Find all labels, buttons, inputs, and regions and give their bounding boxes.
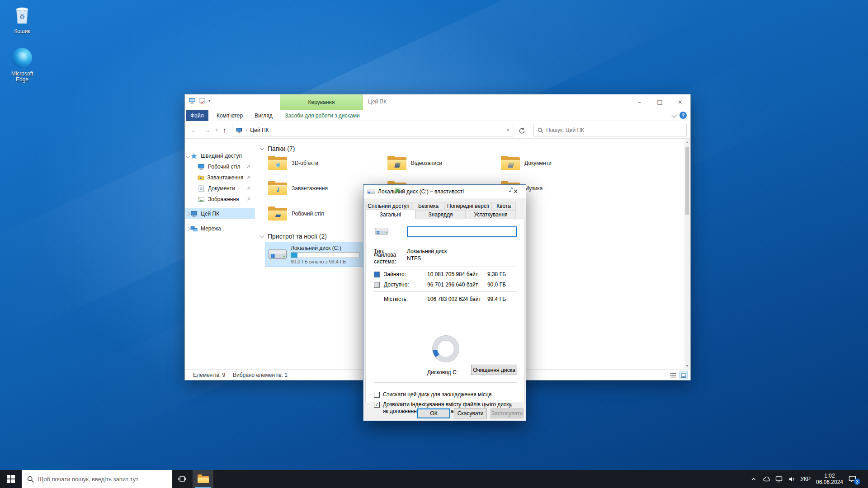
dialog-titlebar[interactable]: Локальний диск (C:) – властивості × [363, 185, 526, 198]
clock[interactable]: 1:02 06.06.2024 [815, 473, 844, 485]
used-bytes: 10 081 705 984 байт [427, 271, 478, 277]
onedrive-cloud-icon[interactable] [762, 475, 770, 483]
file-explorer-taskbar-button[interactable] [193, 470, 213, 488]
sidebar-item-network[interactable]: Мережа [185, 223, 255, 234]
separator [374, 267, 517, 267]
tab-quota[interactable]: Квота [491, 202, 516, 210]
up-button[interactable]: ↑ [223, 125, 226, 135]
back-button[interactable]: ← [190, 125, 197, 135]
menu-file[interactable]: Файл [186, 110, 208, 121]
maximize-button[interactable]: □ [650, 94, 670, 109]
selected-count: Вибрано елементів: 1 [233, 372, 288, 378]
qat-customize-chevron-icon[interactable]: ▾ [208, 99, 211, 103]
used-size: 9,38 ГБ [472, 271, 506, 277]
recycle-bin-icon: ♻ [12, 5, 32, 25]
manage-contextual-tab[interactable]: Керування [280, 94, 363, 110]
sidebar-item-desktop[interactable]: Робочий стіл [185, 161, 255, 172]
language-indicator[interactable]: УКР [800, 476, 811, 482]
devices-group-header[interactable]: Пристрої та носії (2) [260, 233, 327, 240]
search-icon [27, 476, 34, 483]
used-label: Зайнято: [384, 271, 406, 277]
address-dropdown-chevron-icon[interactable]: ▾ [507, 128, 509, 132]
menu-computer[interactable]: Комп'ютер [216, 110, 244, 121]
chevron-right-icon[interactable] [186, 226, 190, 231]
details-view-button[interactable] [669, 371, 677, 379]
refresh-button[interactable] [516, 125, 527, 136]
network-icon[interactable] [775, 475, 783, 483]
sidebar-item-this-pc[interactable]: Цей ПК [185, 208, 255, 219]
folder-label: Документи [524, 160, 552, 166]
sidebar-item-quick-access[interactable]: Швидкий доступ [185, 150, 255, 161]
collapse-chevron-icon[interactable] [260, 234, 264, 238]
used-space-row: Зайнято: 10 081 705 984 байт 9,38 ГБ [366, 271, 524, 278]
hidden-icons-chevron-icon[interactable] [750, 475, 758, 483]
folder-icon [268, 155, 288, 171]
compress-checkbox-label[interactable]: Стискати цей диск для заощадження місця [383, 391, 515, 398]
scroll-down-arrow-icon[interactable]: ▼ [684, 364, 690, 367]
desktop-folder-icon [198, 164, 205, 170]
tab-hardware[interactable]: Устаткування [466, 210, 516, 219]
volume-icon[interactable] [788, 475, 796, 483]
ribbon-expand-chevron-icon[interactable] [671, 113, 676, 117]
pictures-folder-icon [198, 196, 205, 203]
disk-cleanup-button[interactable]: Очищення диска [471, 365, 517, 375]
free-label: Доступно: [384, 282, 409, 288]
sidebar-item-documents[interactable]: Документи [185, 183, 255, 194]
tab-security[interactable]: Безпека [412, 202, 445, 210]
start-button[interactable] [0, 470, 22, 488]
scroll-up-arrow-icon[interactable]: ▲ [684, 141, 690, 144]
task-view-icon [178, 475, 186, 483]
index-checkbox[interactable] [374, 402, 380, 408]
breadcrumb[interactable]: Цей ПК [250, 127, 269, 133]
sidebar-item-pictures[interactable]: Зображення [185, 194, 255, 205]
forward-button[interactable]: → [204, 125, 211, 135]
apply-button[interactable]: Застосувати [491, 408, 524, 418]
address-bar[interactable]: › Цей ПК ▾ [232, 124, 513, 136]
search-icon [538, 127, 543, 133]
taskbar-search-input[interactable] [38, 476, 166, 483]
minimize-button[interactable]: – [629, 94, 650, 109]
menu-view[interactable]: Вигляд [251, 110, 276, 121]
search-input[interactable] [546, 127, 683, 133]
scrollbar-thumb[interactable] [685, 147, 689, 215]
tab-previous-versions[interactable]: Попередні версії [445, 202, 491, 210]
vertical-scrollbar[interactable]: ▲ ▼ [684, 139, 690, 369]
navigation-pane: Швидкий доступ Робочий стіл Завантаж [185, 139, 255, 369]
drive-item-c[interactable]: Локальний диск (C:) 90,0 ГБ вільно з 99,… [265, 242, 367, 267]
chevron-right-icon[interactable] [186, 211, 190, 216]
help-icon[interactable]: ? [679, 112, 687, 119]
svg-text:♻: ♻ [19, 13, 25, 20]
search-box[interactable] [533, 124, 687, 136]
folder-item-documents[interactable]: Документи [500, 153, 613, 173]
task-view-button[interactable] [172, 470, 193, 488]
desktop-icon-edge[interactable]: Microsoft Edge [5, 48, 40, 83]
collapse-chevron-icon[interactable] [260, 146, 264, 150]
items-count: Елементів: 9 [193, 372, 225, 378]
cancel-button[interactable]: Скасувати [454, 408, 487, 418]
taskbar-search[interactable] [22, 470, 172, 488]
ok-button[interactable]: ОК [417, 408, 450, 418]
action-center-button[interactable]: 3 [849, 475, 859, 483]
folder-item-videos[interactable]: Відеозаписи [387, 153, 500, 173]
thumbnail-view-button[interactable] [679, 371, 688, 379]
folders-group-header[interactable]: Папки (7) [260, 145, 295, 152]
compress-checkbox[interactable] [374, 392, 380, 398]
recent-locations-chevron-icon[interactable]: ▾ [216, 125, 218, 135]
folder-item-3d-objects[interactable]: 3D-об'єкти [268, 153, 381, 173]
folder-label: Завантаження [292, 185, 328, 192]
chevron-down-icon[interactable] [186, 154, 190, 158]
tab-tools[interactable]: Знаряддя [415, 210, 466, 219]
quick-access-star-icon [190, 153, 198, 160]
explorer-titlebar[interactable]: ▾ Керування Цей ПК – □ × [185, 94, 690, 110]
volume-label-input[interactable] [407, 226, 517, 237]
desktop-icon-recycle-bin[interactable]: ♻ Кошик [5, 5, 40, 34]
free-size: 90,0 ГБ [472, 282, 506, 288]
properties-quick-icon[interactable] [199, 98, 205, 104]
tab-general[interactable]: Загальні [365, 209, 415, 219]
menu-drive-tools[interactable]: Засоби для роботи з дисками [282, 110, 363, 121]
this-pc-icon [190, 211, 198, 217]
sidebar-item-label: Зображення [208, 196, 239, 202]
sidebar-item-downloads[interactable]: Завантаження [185, 172, 255, 183]
filesystem-value: NTFS [407, 255, 421, 262]
close-button[interactable]: × [670, 94, 690, 109]
